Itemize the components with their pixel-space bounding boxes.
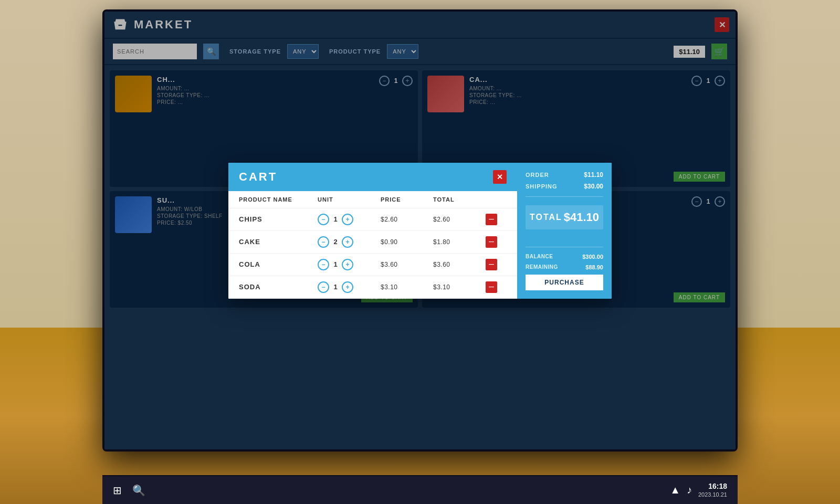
remaining-row: REMAINING $88.90: [526, 264, 603, 270]
sound-icon: ♪: [687, 484, 692, 496]
cart-left-panel: CART ✕ PRODUCT NAME UNIT PRICE TOTAL: [228, 163, 517, 299]
unit-decrement-chips[interactable]: −: [318, 214, 329, 225]
start-menu-icon[interactable]: ⊞: [113, 484, 122, 497]
shipping-value: $30.00: [584, 183, 603, 190]
cart-table: PRODUCT NAME UNIT PRICE TOTAL CHIPS − 1: [228, 191, 517, 299]
monitor: MARKET ✕ 🔍 STORAGE TYPE ANY PRODUCT TYPE…: [102, 9, 738, 452]
taskbar-date: 2023.10.21: [698, 491, 727, 498]
cart-item-name-soda: SODA: [239, 283, 318, 291]
balance-divider: [526, 247, 603, 247]
unit-control-cola: − 1 +: [318, 259, 381, 270]
remaining-label: REMAINING: [526, 264, 558, 270]
total-section: TOTAL $41.10: [526, 205, 603, 229]
taskbar-clock: 16:18 2023.10.21: [698, 481, 727, 498]
unit-value-chips: 1: [331, 215, 340, 223]
taskbar-right: ▲ ♪ 16:18 2023.10.21: [670, 481, 727, 498]
remove-soda-button[interactable]: —: [486, 281, 497, 293]
shipping-label: SHIPPING: [526, 183, 558, 190]
unit-value-cola: 1: [331, 260, 340, 268]
taskbar-icons: ⊞ 🔍: [113, 484, 145, 497]
unit-control-chips: − 1 +: [318, 214, 381, 225]
market-window: MARKET ✕ 🔍 STORAGE TYPE ANY PRODUCT TYPE…: [104, 12, 736, 449]
col-unit: UNIT: [318, 196, 381, 203]
balance-value: $300.00: [582, 254, 603, 260]
unit-control-soda: − 1 +: [318, 281, 381, 293]
unit-increment-cake[interactable]: +: [342, 236, 353, 248]
cart-price-cake: $0.90: [381, 238, 433, 246]
taskbar-time: 16:18: [698, 481, 727, 491]
unit-increment-soda[interactable]: +: [342, 281, 353, 293]
total-value: $41.10: [564, 211, 599, 224]
remove-cake-button[interactable]: —: [486, 236, 497, 248]
col-actions: [486, 196, 507, 203]
cart-price-cola: $3.60: [381, 261, 433, 268]
wifi-icon: ▲: [670, 484, 680, 496]
balance-label: BALANCE: [526, 254, 553, 259]
cart-total-chips: $2.60: [433, 216, 486, 223]
cart-item-name-cola: COLA: [239, 260, 318, 268]
order-value: $11.10: [584, 171, 603, 178]
unit-control-cake: − 2 +: [318, 236, 381, 248]
cart-total-cola: $3.60: [433, 261, 486, 268]
cart-item-name-chips: CHIPS: [239, 215, 318, 223]
unit-value-cake: 2: [331, 238, 340, 246]
cart-total-cake: $1.80: [433, 238, 486, 246]
cart-total-soda: $3.10: [433, 284, 486, 291]
cart-summary-panel: ORDER $11.10 SHIPPING $30.00 TOTAL $41.1…: [517, 163, 612, 299]
cart-title: CART: [239, 170, 277, 184]
unit-increment-chips[interactable]: +: [342, 214, 353, 225]
remaining-value: $88.90: [585, 264, 603, 270]
order-summary-row: ORDER $11.10: [526, 171, 603, 178]
search-taskbar-icon[interactable]: 🔍: [132, 484, 145, 497]
taskbar: ⊞ 🔍 ▲ ♪ 16:18 2023.10.21: [102, 475, 738, 504]
modal-overlay: CART ✕ PRODUCT NAME UNIT PRICE TOTAL: [104, 12, 736, 449]
unit-increment-cola[interactable]: +: [342, 259, 353, 270]
col-total: TOTAL: [433, 196, 486, 203]
cart-modal: CART ✕ PRODUCT NAME UNIT PRICE TOTAL: [228, 163, 612, 299]
cart-price-chips: $2.60: [381, 216, 433, 223]
cart-item-name-cake: CAKE: [239, 238, 318, 246]
total-label: TOTAL: [530, 213, 562, 222]
col-price: PRICE: [381, 196, 433, 203]
shipping-summary-row: SHIPPING $30.00: [526, 183, 603, 190]
cart-row-cola: COLA − 1 + $3.60 $3.60 —: [228, 254, 517, 276]
unit-decrement-cola[interactable]: −: [318, 259, 329, 270]
cart-table-header: PRODUCT NAME UNIT PRICE TOTAL: [228, 191, 517, 208]
cart-price-soda: $3.10: [381, 284, 433, 291]
cart-row-chips: CHIPS − 1 + $2.60 $2.60 —: [228, 208, 517, 231]
cart-close-button[interactable]: ✕: [493, 170, 507, 184]
total-row: TOTAL $41.10: [530, 211, 599, 224]
unit-decrement-cake[interactable]: −: [318, 236, 329, 248]
cart-header: CART ✕: [228, 163, 517, 191]
balance-row: BALANCE $300.00: [526, 254, 603, 260]
unit-decrement-soda[interactable]: −: [318, 281, 329, 293]
summary-divider: [526, 196, 603, 197]
unit-value-soda: 1: [331, 283, 340, 291]
col-product-name: PRODUCT NAME: [239, 196, 318, 203]
remove-chips-button[interactable]: —: [486, 214, 497, 225]
order-label: ORDER: [526, 172, 549, 178]
remove-cola-button[interactable]: —: [486, 259, 497, 270]
cart-row-soda: SODA − 1 + $3.10 $3.10 —: [228, 276, 517, 299]
purchase-button[interactable]: PURCHASE: [526, 275, 603, 290]
cart-row-cake: CAKE − 2 + $0.90 $1.80 —: [228, 231, 517, 254]
